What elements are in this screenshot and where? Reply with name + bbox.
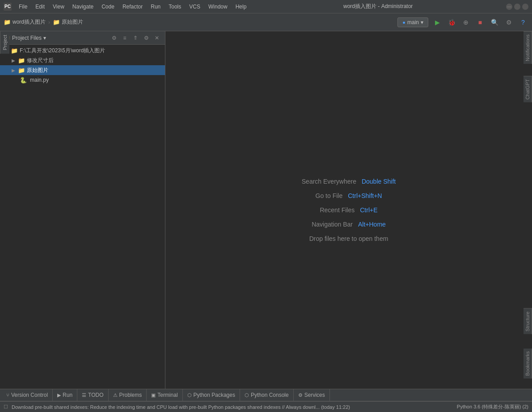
project-panel: 📁 Project Files ▾ ⚙ ≡ ⇑ ⚙ ✕ ▼ 📁 F:\工具开发\… [0, 31, 165, 389]
project-files-arrow[interactable]: ▾ [43, 35, 46, 41]
structure-panel-label[interactable]: Structure [524, 308, 532, 334]
hint-nav: Navigation Bar Alt+Home [312, 221, 386, 228]
tab-todo[interactable]: ☰ TODO [77, 389, 108, 401]
settings-button[interactable]: ⚙ [503, 17, 514, 28]
menu-navigate[interactable]: Navigate [69, 3, 97, 11]
problems-icon: ⚠ [113, 392, 118, 398]
debug-button[interactable]: 🐞 [446, 17, 457, 28]
hint-recent: Recent Files Ctrl+E [320, 206, 377, 214]
run-button[interactable]: ▶ [432, 17, 443, 28]
tree-item-yuanshi-label: 原始图片 [27, 67, 48, 74]
run-configuration[interactable]: ● main ▾ [397, 17, 428, 27]
menu-file[interactable]: File [15, 3, 31, 11]
tab-python-console[interactable]: ⬡ Python Console [240, 389, 294, 401]
tab-run-label: Run [63, 392, 72, 398]
bookmarks-panel-label[interactable]: Bookmarks [524, 349, 532, 378]
hint-search-label: Search Everywhere [302, 178, 356, 185]
title-bar-left: PC File Edit View Navigate Code Refactor… [4, 3, 250, 11]
hint-goto-key: Ctrl+Shift+N [348, 192, 382, 199]
breadcrumb-project: word插入图片 [13, 18, 46, 26]
menu-help[interactable]: Help [232, 3, 250, 11]
tab-run[interactable]: ▶ Run [53, 389, 77, 401]
services-icon: ⚙ [298, 392, 303, 398]
minimize-button[interactable]: — [506, 4, 512, 10]
project-header-title: 📁 Project Files ▾ [4, 35, 46, 41]
search-button[interactable]: 🔍 [489, 17, 500, 28]
close-button[interactable]: ✕ [522, 4, 528, 10]
hint-search: Search Everywhere Double Shift [302, 178, 396, 185]
chatgpt-panel-label[interactable]: ChatGPT [524, 76, 532, 102]
run-config-label: main [407, 19, 419, 25]
project-header-actions: ⚙ ≡ ⇑ ⚙ ✕ [110, 34, 161, 42]
coverage-button[interactable]: ⊕ [460, 17, 471, 28]
yuanshi-folder-icon: 📁 [18, 67, 25, 74]
status-message: Download pre-built shared indexes: Reduc… [12, 404, 453, 410]
toolbar: 📁 word插入图片 › 📁 原始图片 ● main ▾ ▶ 🐞 ⊕ ■ 🔍 ⚙… [0, 13, 532, 31]
menu-refactor[interactable]: Refactor [119, 3, 146, 11]
hint-recent-key: Ctrl+E [360, 206, 377, 214]
help-icon[interactable]: ? [518, 17, 528, 28]
tab-python-packages[interactable]: ⬡ Python Packages [183, 389, 240, 401]
project-tab-label[interactable]: Project [0, 31, 9, 54]
window-controls: — □ ✕ [506, 4, 528, 10]
main-layout: Project 📁 Project Files ▾ ⚙ ≡ ⇑ ⚙ ✕ ▼ 📁 … [0, 31, 532, 389]
stop-button[interactable]: ■ [475, 17, 486, 28]
tab-problems[interactable]: ⚠ Problems [109, 389, 147, 401]
status-bar-right: Python 3.6 (特殊差分-陈英丽) (2) [457, 404, 528, 410]
terminal-icon: ▣ [151, 392, 156, 398]
project-files-label: Project Files [12, 35, 42, 41]
tab-terminal[interactable]: ▣ Terminal [147, 389, 182, 401]
xiugai-folder-icon: 📁 [18, 57, 25, 64]
menu-code[interactable]: Code [98, 3, 118, 11]
project-gear-btn[interactable]: ⚙ [142, 34, 151, 42]
tree-item-mainpy[interactable]: 🐍 main.py [0, 75, 165, 85]
project-scroll-btn[interactable]: ≡ [120, 34, 129, 42]
folder-icon: 📁 [53, 19, 60, 25]
project-settings-btn[interactable]: ⚙ [110, 34, 118, 42]
project-close-btn[interactable]: ✕ [152, 34, 161, 42]
todo-icon: ☰ [82, 392, 86, 398]
python-version: Python 3.6 (特殊差分-陈英丽) (2) [457, 404, 528, 410]
hint-goto-label: Go to File [316, 192, 343, 199]
tree-item-xiugai-label: 修改尺寸后 [27, 57, 54, 64]
expand-arrow-yuanshi: ▶ [11, 68, 16, 73]
editor-area: Search Everywhere Double Shift Go to Fil… [165, 31, 532, 389]
tree-item-mainpy-label: main.py [30, 77, 49, 83]
menu-window[interactable]: Window [205, 3, 231, 11]
menu-run[interactable]: Run [147, 3, 164, 11]
menu-view[interactable]: View [49, 3, 68, 11]
python-console-icon: ⬡ [245, 392, 249, 398]
hint-goto: Go to File Ctrl+Shift+N [316, 192, 382, 199]
menu-bar: File Edit View Navigate Code Refactor Ru… [15, 3, 250, 11]
tab-problems-label: Problems [119, 392, 142, 398]
notifications-panel-label[interactable]: Notifications [524, 31, 532, 64]
tab-version-control[interactable]: ⑂ Version Control [2, 389, 53, 401]
menu-tools[interactable]: Tools [165, 3, 185, 11]
tab-python-packages-label: Python Packages [194, 392, 235, 398]
hint-search-key: Double Shift [362, 178, 396, 185]
expand-arrow-xiugai: ▶ [11, 58, 16, 63]
bottom-tabs: ⑂ Version Control ▶ Run ☰ TODO ⚠ Problem… [0, 389, 532, 401]
tree-item-xiugai[interactable]: ▶ 📁 修改尺寸后 [0, 55, 165, 65]
project-collapse-btn[interactable]: ⇑ [131, 34, 140, 42]
maximize-button[interactable]: □ [514, 4, 520, 10]
project-folder-icon: 📁 [4, 19, 11, 25]
menu-edit[interactable]: Edit [32, 3, 48, 11]
run-config-arrow: ▾ [421, 19, 423, 25]
tree-item-root[interactable]: ▼ 📁 F:\工具开发\2023\5月\word插入图片 [0, 46, 165, 55]
tree-item-root-label: F:\工具开发\2023\5月\word插入图片 [20, 47, 105, 55]
tree-item-yuanshi[interactable]: ▶ 📁 原始图片 [0, 65, 165, 75]
python-packages-icon: ⬡ [187, 392, 192, 398]
hint-nav-label: Navigation Bar [312, 221, 353, 228]
status-checkbox: ☐ [4, 404, 8, 410]
menu-vcs[interactable]: VCS [186, 3, 204, 11]
status-bar: ☐ Download pre-built shared indexes: Red… [0, 401, 532, 412]
breadcrumb: 📁 word插入图片 › 📁 原始图片 [4, 18, 83, 26]
breadcrumb-folder: 原始图片 [62, 18, 83, 26]
tab-services[interactable]: ⚙ Services [294, 389, 330, 401]
toolbar-right: ● main ▾ ▶ 🐞 ⊕ ■ 🔍 ⚙ ? [397, 17, 528, 28]
hint-recent-label: Recent Files [320, 206, 355, 214]
project-tree: ▼ 📁 F:\工具开发\2023\5月\word插入图片 ▶ 📁 修改尺寸后 ▶… [0, 45, 165, 389]
window-title: word插入图片 - Administrator [343, 3, 413, 10]
tab-services-label: Services [304, 392, 325, 398]
